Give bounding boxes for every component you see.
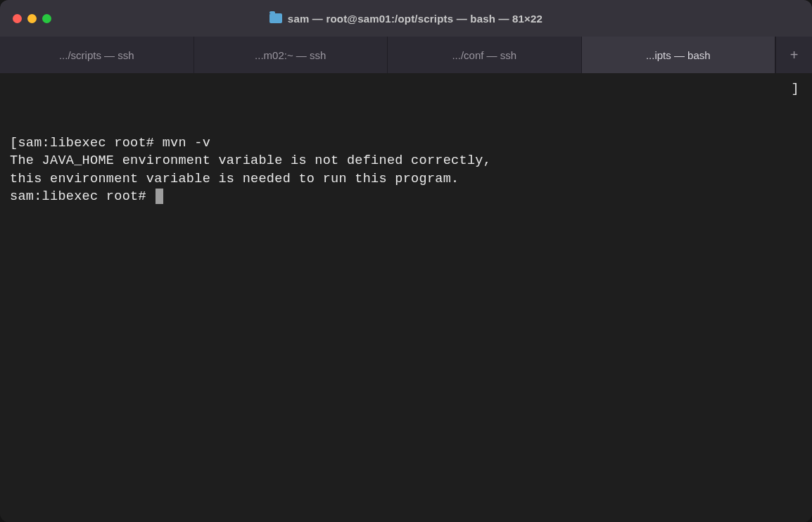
tab-conf-ssh[interactable]: .../conf — ssh [388, 37, 582, 73]
tab-label: .../conf — ssh [452, 49, 516, 61]
tab-scripts-ssh[interactable]: .../scripts — ssh [0, 37, 194, 73]
terminal-line: this environment variable is needed to r… [10, 170, 802, 189]
cursor [156, 189, 163, 204]
right-bracket: ] [792, 80, 799, 98]
maximize-button[interactable] [42, 14, 51, 23]
close-button[interactable] [13, 14, 22, 23]
window-title-wrap: sam — root@sam01:/opt/scripts — bash — 8… [0, 13, 812, 25]
terminal-line: [sam:libexec root# mvn -v [10, 134, 802, 153]
tab-label: ...m02:~ — ssh [255, 49, 326, 61]
folder-icon [269, 13, 282, 23]
window-title: sam — root@sam01:/opt/scripts — bash — 8… [288, 13, 543, 25]
terminal-body[interactable]: ] [sam:libexec root# mvn -vThe JAVA_HOME… [0, 73, 812, 522]
tab-ipts-bash[interactable]: ...ipts — bash [582, 37, 776, 73]
minimize-button[interactable] [27, 14, 37, 23]
tabbar: .../scripts — ssh ...m02:~ — ssh .../con… [0, 37, 812, 73]
prompt-text: sam:libexec root# [10, 189, 154, 204]
tab-label: ...ipts — bash [646, 49, 711, 61]
terminal-line: The JAVA_HOME environment variable is no… [10, 152, 802, 170]
terminal-window: sam — root@sam01:/opt/scripts — bash — 8… [0, 0, 812, 522]
new-tab-button[interactable]: + [775, 37, 812, 73]
tab-label: .../scripts — ssh [59, 49, 134, 61]
tab-m02-ssh[interactable]: ...m02:~ — ssh [194, 37, 388, 73]
traffic-lights [13, 14, 51, 23]
plus-icon: + [790, 47, 799, 63]
titlebar[interactable]: sam — root@sam01:/opt/scripts — bash — 8… [0, 0, 812, 37]
terminal-prompt-line: sam:libexec root# [10, 188, 802, 206]
